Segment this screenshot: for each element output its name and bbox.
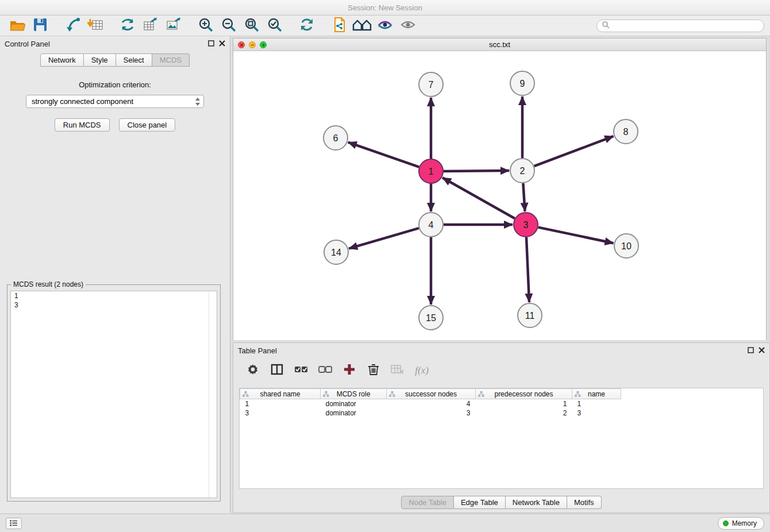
- network-graph[interactable]: 7968124314101511: [233, 51, 766, 340]
- cell-name[interactable]: 1: [572, 399, 621, 408]
- tab-node-table[interactable]: Node Table: [401, 496, 454, 509]
- graph-node-3[interactable]: 3: [514, 213, 538, 237]
- new-network-icon: [120, 17, 136, 35]
- graph-edge-2-8[interactable]: [534, 136, 614, 166]
- graph-edge-2-3[interactable]: [523, 183, 525, 211]
- new-network-button[interactable]: [116, 17, 139, 35]
- graph-edge-1-6[interactable]: [348, 142, 419, 167]
- close-window-icon[interactable]: [238, 41, 245, 48]
- table-row[interactable]: 1dominator411: [240, 399, 621, 408]
- close-table-panel-icon[interactable]: [759, 346, 765, 355]
- tab-style[interactable]: Style: [84, 53, 116, 67]
- zoom-fit-button[interactable]: [240, 17, 263, 35]
- show-hide-button[interactable]: [396, 17, 419, 35]
- graph-edge-3-10[interactable]: [538, 228, 614, 244]
- result-line[interactable]: 1: [11, 291, 217, 300]
- svg-text:3: 3: [523, 220, 529, 230]
- graph-node-10[interactable]: 10: [614, 234, 638, 258]
- refresh-button[interactable]: [295, 17, 318, 35]
- open-session-button[interactable]: [6, 17, 29, 35]
- function-builder-button[interactable]: f(x): [414, 363, 430, 379]
- cell-successor-nodes[interactable]: 4: [387, 399, 476, 408]
- network-canvas-area[interactable]: 7968124314101511: [233, 51, 766, 340]
- float-panel-icon[interactable]: [208, 40, 214, 48]
- import-network-button[interactable]: [61, 17, 84, 35]
- graph-edge-4-14[interactable]: [349, 228, 419, 249]
- float-table-panel-icon[interactable]: [748, 346, 754, 355]
- table-header-row: shared nameMCDS rolesuccessor nodesprede…: [240, 389, 621, 399]
- cell-mcds-role[interactable]: dominator: [321, 408, 387, 418]
- column-header-mcds-role[interactable]: MCDS role: [321, 389, 387, 399]
- tab-network[interactable]: Network: [40, 53, 84, 67]
- tab-mcds[interactable]: MCDS: [152, 53, 190, 67]
- add-column-button[interactable]: [341, 363, 357, 379]
- tab-motifs[interactable]: Motifs: [567, 496, 602, 509]
- tab-select[interactable]: Select: [116, 53, 152, 67]
- cell-mcds-role[interactable]: dominator: [321, 399, 387, 408]
- search-input[interactable]: [610, 22, 759, 30]
- cell-successor-nodes[interactable]: 3: [387, 408, 476, 418]
- select-all-icon: [294, 365, 308, 376]
- graph-node-15[interactable]: 15: [419, 306, 443, 330]
- select-all-button[interactable]: [293, 363, 309, 379]
- tab-edge-table[interactable]: Edge Table: [454, 496, 506, 509]
- column-header-predecessor-nodes[interactable]: predecessor nodes: [476, 389, 572, 399]
- minimize-window-icon[interactable]: [249, 41, 256, 48]
- graph-node-9[interactable]: 9: [510, 71, 534, 95]
- graph-node-2[interactable]: 2: [510, 159, 534, 183]
- plus-icon: [343, 363, 356, 378]
- memory-button[interactable]: Memory: [718, 517, 764, 530]
- network-window-titlebar[interactable]: scc.txt: [233, 38, 766, 51]
- graph-edge-1-2[interactable]: [444, 171, 509, 171]
- svg-text:15: 15: [426, 313, 436, 323]
- cell-predecessor-nodes[interactable]: 1: [476, 399, 572, 408]
- zoom-selected-button[interactable]: [263, 17, 286, 35]
- open-document-button[interactable]: [328, 17, 351, 35]
- import-table-button[interactable]: [84, 17, 107, 35]
- cell-predecessor-nodes[interactable]: 2: [476, 408, 572, 418]
- zoom-window-icon[interactable]: [260, 41, 267, 48]
- table-row[interactable]: 3dominator323: [240, 408, 621, 418]
- graph-node-8[interactable]: 8: [614, 119, 638, 144]
- close-panel-button[interactable]: Close panel: [119, 118, 176, 132]
- cell-name[interactable]: 3: [572, 408, 621, 418]
- control-panel-tabs: NetworkStyleSelectMCDS: [0, 53, 230, 67]
- show-panels-button[interactable]: [6, 518, 22, 529]
- zoom-in-button[interactable]: [194, 17, 217, 35]
- export-image-button[interactable]: [162, 17, 185, 35]
- export-network-button[interactable]: [139, 17, 162, 35]
- home-button[interactable]: [351, 17, 374, 35]
- graph-edge-3-11[interactable]: [526, 237, 529, 302]
- optimization-criterion-dropdown[interactable]: strongly connected component: [26, 95, 204, 108]
- deselect-all-button[interactable]: [317, 363, 333, 379]
- tab-network-table[interactable]: Network Table: [506, 496, 567, 509]
- graph-node-6[interactable]: 6: [324, 126, 348, 150]
- graph-node-14[interactable]: 14: [324, 240, 348, 264]
- zoom-out-button[interactable]: [217, 17, 240, 35]
- svg-text:7: 7: [429, 80, 434, 90]
- graph-edge-3-1[interactable]: [442, 178, 515, 218]
- run-mcds-button[interactable]: Run MCDS: [55, 118, 110, 132]
- column-header-shared-name[interactable]: shared name: [240, 389, 321, 399]
- show-columns-button[interactable]: [269, 363, 285, 379]
- delete-column-button[interactable]: [365, 363, 382, 379]
- graph-node-7[interactable]: 7: [419, 72, 443, 97]
- table-settings-button[interactable]: [245, 363, 261, 379]
- cell-shared-name[interactable]: 3: [240, 408, 321, 418]
- node-table[interactable]: shared nameMCDS rolesuccessor nodesprede…: [239, 388, 764, 489]
- column-header-successor-nodes[interactable]: successor nodes: [387, 389, 476, 399]
- graph-node-4[interactable]: 4: [419, 213, 443, 237]
- delete-table-icon: [391, 364, 405, 377]
- graph-node-1[interactable]: 1: [419, 159, 443, 183]
- result-scrollbar[interactable]: [209, 291, 209, 498]
- search-field[interactable]: [596, 20, 764, 32]
- delete-table-button[interactable]: [390, 363, 406, 379]
- save-session-button[interactable]: [29, 17, 52, 35]
- close-panel-icon[interactable]: [219, 40, 225, 48]
- mcds-result-list[interactable]: 13: [10, 291, 217, 498]
- apply-style-button[interactable]: [374, 17, 396, 35]
- column-header-name[interactable]: name: [572, 389, 621, 399]
- graph-node-11[interactable]: 11: [518, 303, 542, 327]
- cell-shared-name[interactable]: 1: [240, 399, 321, 408]
- result-line[interactable]: 3: [11, 300, 217, 310]
